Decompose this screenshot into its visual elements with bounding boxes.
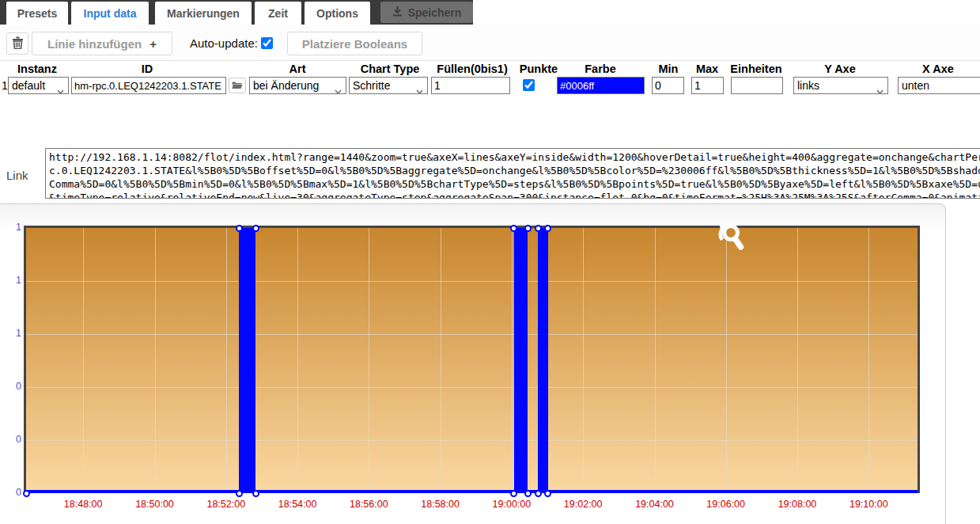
id-input[interactable] xyxy=(71,77,226,94)
data-point-marker xyxy=(252,225,259,232)
place-booleans-button[interactable]: Platziere Booleans xyxy=(287,32,422,55)
link-url-textarea[interactable]: http://192.168.1.14:8082/flot/index.html… xyxy=(45,148,980,199)
tab-presets[interactable]: Presets xyxy=(6,2,68,25)
grid-line-x xyxy=(583,228,584,493)
link-label: Link xyxy=(6,169,28,182)
tab-options[interactable]: Options xyxy=(305,2,370,25)
data-point-marker xyxy=(544,225,551,232)
chevron-down-icon xyxy=(416,84,423,94)
chevron-down-icon xyxy=(335,84,342,94)
x-tick-label: 18:54:00 xyxy=(278,499,317,510)
x-tick-label: 19:02:00 xyxy=(564,499,603,510)
y-tick-label: 0 xyxy=(5,434,21,445)
grid-line-x xyxy=(441,228,441,493)
grid-line-x xyxy=(83,228,84,493)
column-header: Y Axe xyxy=(824,63,856,75)
data-point-marker xyxy=(535,490,542,497)
x-axe-select[interactable]: unten xyxy=(898,77,980,94)
column-header: Max xyxy=(696,63,718,75)
grid-line-y xyxy=(26,440,918,441)
grid-line-x xyxy=(512,228,513,493)
tab-bar: Presets Input data Markierungen Zeit Opt… xyxy=(0,0,473,25)
grid-line-x xyxy=(226,228,227,493)
line-toolbar: Linie hinzufügen + Auto-update: Platzier… xyxy=(0,25,980,61)
data-point-marker xyxy=(236,225,243,232)
browse-id-button[interactable] xyxy=(229,78,246,93)
tab-input-data[interactable]: Input data xyxy=(71,2,149,25)
data-point-marker xyxy=(252,490,259,497)
chart-type-select[interactable]: Schritte xyxy=(349,77,428,94)
data-point-marker xyxy=(510,490,517,497)
column-header: X Axe xyxy=(922,63,954,75)
column-header: Füllen(0bis1) xyxy=(437,63,507,75)
column-header: ID xyxy=(142,63,153,75)
column-header: Farbe xyxy=(585,63,616,75)
chevron-down-icon xyxy=(57,84,64,94)
punkte-checkbox[interactable] xyxy=(523,79,535,91)
grid-line-x xyxy=(297,228,298,493)
grid-line-x xyxy=(797,228,798,493)
plus-icon: + xyxy=(149,37,157,51)
value-bar xyxy=(514,228,528,493)
column-header: Art xyxy=(289,63,306,75)
data-point-marker xyxy=(236,490,243,497)
tab-zeit[interactable]: Zeit xyxy=(255,2,301,25)
row-number: 1 xyxy=(2,79,8,92)
data-point-marker xyxy=(510,225,517,232)
x-tick-label: 18:52:00 xyxy=(206,499,245,510)
grid-line-x xyxy=(655,228,656,493)
grid-line-y xyxy=(26,281,918,282)
data-point-marker xyxy=(524,225,532,232)
einheiten-input[interactable] xyxy=(731,77,783,94)
data-point-marker xyxy=(544,490,551,497)
art-select[interactable]: bei Änderung xyxy=(249,77,346,94)
column-header: Einheiten xyxy=(730,63,781,75)
x-tick-label: 18:50:00 xyxy=(135,499,174,510)
x-tick-label: 19:00:00 xyxy=(493,499,532,510)
grid-line-x xyxy=(155,228,156,493)
max-input[interactable] xyxy=(691,77,724,94)
chart-canvas[interactable] xyxy=(24,226,920,493)
chevron-down-icon xyxy=(876,84,884,94)
instanz-select[interactable]: default xyxy=(8,77,69,94)
farbe-input[interactable] xyxy=(557,77,645,94)
tab-markierungen[interactable]: Markierungen xyxy=(155,2,252,25)
value-bar xyxy=(239,228,255,493)
auto-update-checkbox[interactable] xyxy=(261,37,273,49)
fuellen-input[interactable] xyxy=(431,77,510,94)
x-tick-label: 19:06:00 xyxy=(706,499,745,510)
min-input[interactable] xyxy=(652,77,684,94)
save-button[interactable]: Speichern xyxy=(380,2,473,23)
column-header: Instanz xyxy=(17,63,57,75)
data-point-marker xyxy=(23,490,30,497)
y-tick-label: 0 xyxy=(5,381,21,392)
y-axe-select[interactable]: links xyxy=(793,77,888,94)
x-tick-label: 19:08:00 xyxy=(778,499,817,510)
x-tick-label: 18:56:00 xyxy=(350,499,388,510)
x-tick-label: 18:48:00 xyxy=(64,499,103,510)
chart-panel: 111000 18:48:0018:50:0018:52:0018:54:001… xyxy=(0,203,946,524)
y-tick-label: 0 xyxy=(5,487,21,498)
data-point-marker xyxy=(535,225,542,232)
download-icon xyxy=(392,6,403,19)
grid-line-x xyxy=(369,228,369,493)
value-bar xyxy=(538,228,548,493)
zoom-reset-icon[interactable] xyxy=(713,221,744,254)
trash-icon xyxy=(12,36,24,51)
column-header: Punkte xyxy=(520,63,558,75)
delete-line-button[interactable] xyxy=(6,32,28,55)
auto-update-label: Auto-update: xyxy=(190,36,270,50)
grid-line-y xyxy=(26,387,918,388)
grid-line-x xyxy=(868,228,869,493)
column-header: Min xyxy=(659,63,679,75)
data-point-marker xyxy=(524,490,532,497)
add-line-button[interactable]: Linie hinzufügen + xyxy=(32,32,172,55)
y-tick-label: 1 xyxy=(5,328,21,339)
grid-line-x xyxy=(726,228,727,493)
x-tick-label: 18:58:00 xyxy=(421,499,460,510)
x-tick-label: 19:04:00 xyxy=(635,499,674,510)
x-tick-label: 19:10:00 xyxy=(849,499,888,510)
series-baseline xyxy=(26,490,918,493)
y-tick-label: 1 xyxy=(5,222,21,233)
column-header: Chart Type xyxy=(361,63,420,75)
